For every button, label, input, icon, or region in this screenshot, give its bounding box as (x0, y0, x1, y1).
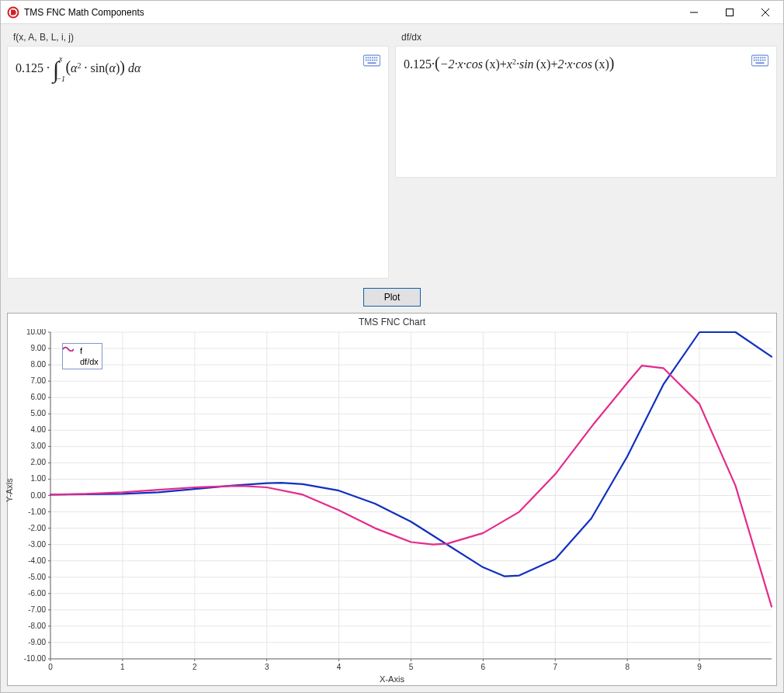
function-panel: f(x, A, B, L, i, j) 0.125 · ∫−1x (α2 · s (7, 30, 389, 279)
derivative-formula: 0.125·(−2·x·cos (x)+x2·sin (x)+2·x·cos (… (404, 54, 744, 72)
svg-rect-14 (376, 60, 378, 61)
svg-rect-12 (372, 60, 373, 61)
svg-text:-10.00: -10.00 (24, 654, 47, 663)
svg-rect-7 (374, 57, 376, 58)
svg-text:-5.00: -5.00 (28, 573, 46, 581)
svg-rect-29 (756, 62, 765, 64)
svg-rect-13 (374, 60, 376, 61)
svg-rect-22 (765, 57, 766, 58)
svg-rect-19 (758, 57, 759, 58)
plot-button-row: Plot (1, 285, 783, 313)
svg-text:-4.00: -4.00 (28, 556, 46, 565)
svg-text:4: 4 (337, 663, 342, 671)
legend-item-dfdx: df/dx (66, 356, 99, 367)
svg-rect-27 (762, 60, 764, 61)
svg-rect-21 (762, 57, 764, 58)
derivative-editor[interactable]: 0.125·(−2·x·cos (x)+x2·sin (x)+2·x·cos (… (395, 46, 777, 178)
chart-container: TMS FNC Chart Y-Axis -10.00-9.00-8.00-7.… (7, 313, 777, 686)
app-icon (7, 6, 19, 19)
titlebar: TMS FNC Math Components (1, 1, 783, 24)
svg-text:3.00: 3.00 (31, 442, 47, 450)
function-editor[interactable]: 0.125 · ∫−1x (α2 · sin(α)) dα (7, 46, 389, 279)
svg-rect-17 (754, 57, 755, 58)
svg-text:7: 7 (553, 663, 558, 671)
svg-rect-24 (756, 60, 758, 61)
keyboard-icon[interactable] (363, 54, 380, 67)
svg-rect-9 (366, 60, 367, 61)
svg-text:5: 5 (409, 663, 414, 671)
chart-plot-area[interactable]: Y-Axis -10.00-9.00-8.00-7.00-6.00-5.00-4… (8, 329, 776, 674)
svg-rect-5 (369, 57, 371, 58)
svg-rect-15 (368, 62, 376, 64)
app-window: TMS FNC Math Components f(x, A, B, L, i,… (0, 0, 784, 693)
legend-swatch-dfdx (66, 358, 77, 366)
chart-title: TMS FNC Chart (8, 314, 776, 329)
svg-rect-20 (760, 57, 761, 58)
svg-rect-26 (760, 60, 761, 61)
svg-rect-23 (754, 60, 755, 61)
svg-rect-10 (368, 60, 369, 61)
svg-text:2: 2 (193, 663, 197, 671)
svg-text:9.00: 9.00 (31, 344, 47, 352)
chart-svg: -10.00-9.00-8.00-7.00-6.00-5.00-4.00-3.0… (8, 329, 776, 674)
svg-text:-6.00: -6.00 (28, 589, 46, 598)
keyboard-icon[interactable] (751, 54, 768, 67)
legend-label-dfdx: df/dx (80, 356, 99, 367)
close-button[interactable] (748, 1, 783, 24)
function-formula: 0.125 · ∫−1x (α2 · sin(α)) dα (16, 54, 356, 83)
svg-text:0: 0 (48, 663, 53, 671)
svg-text:6.00: 6.00 (31, 393, 47, 401)
svg-text:8.00: 8.00 (31, 360, 47, 369)
svg-text:6: 6 (481, 663, 486, 671)
chart-legend: f df/dx (62, 343, 102, 369)
svg-text:-1.00: -1.00 (28, 508, 46, 516)
derivative-panel-label: df/dx (395, 30, 777, 46)
plot-button[interactable]: Plot (363, 288, 421, 307)
formula-panels: f(x, A, B, L, i, j) 0.125 · ∫−1x (α2 · s (1, 24, 783, 285)
svg-text:-7.00: -7.00 (28, 605, 46, 614)
svg-text:-8.00: -8.00 (28, 622, 46, 630)
svg-text:3: 3 (265, 663, 269, 671)
svg-text:9: 9 (697, 663, 702, 671)
chart-x-axis-label: X-Axis (8, 674, 776, 685)
svg-rect-3 (366, 57, 367, 58)
svg-text:10.00: 10.00 (26, 329, 46, 336)
minimize-button[interactable] (676, 1, 712, 24)
legend-label-f: f (80, 345, 82, 356)
svg-text:-3.00: -3.00 (28, 540, 46, 549)
svg-rect-28 (765, 60, 766, 61)
svg-text:7.00: 7.00 (31, 376, 47, 385)
svg-rect-1 (727, 9, 734, 16)
svg-text:1: 1 (120, 663, 125, 671)
svg-rect-8 (376, 57, 378, 58)
svg-text:8: 8 (625, 663, 630, 671)
svg-text:5.00: 5.00 (31, 409, 47, 418)
svg-rect-11 (369, 60, 371, 61)
svg-text:0.00: 0.00 (31, 491, 47, 500)
svg-rect-25 (758, 60, 759, 61)
svg-text:-2.00: -2.00 (28, 524, 46, 532)
svg-rect-6 (372, 57, 373, 58)
maximize-button[interactable] (712, 1, 748, 24)
svg-text:4.00: 4.00 (31, 425, 47, 434)
function-panel-label: f(x, A, B, L, i, j) (7, 30, 389, 46)
window-title: TMS FNC Math Components (24, 7, 144, 18)
svg-rect-18 (756, 57, 758, 58)
svg-text:-9.00: -9.00 (28, 638, 46, 646)
svg-rect-4 (368, 57, 369, 58)
derivative-panel: df/dx 0.125·(−2·x·cos (x)+x2·sin (x)+2·x… (395, 30, 777, 279)
svg-text:1.00: 1.00 (31, 474, 47, 483)
svg-text:2.00: 2.00 (31, 458, 47, 466)
